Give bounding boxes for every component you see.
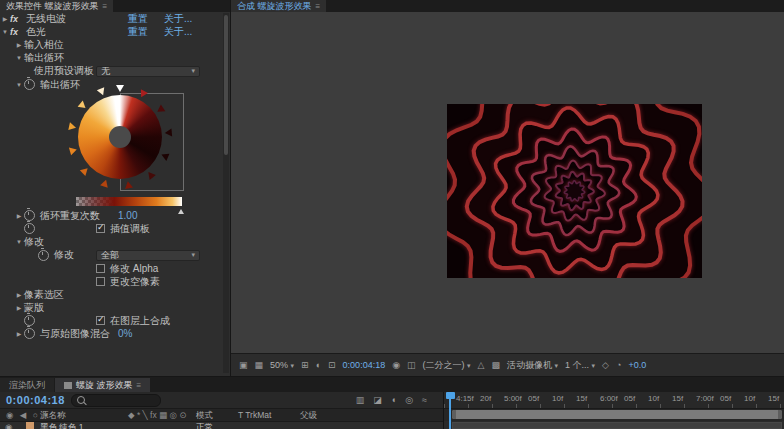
tab-timeline-comp[interactable]: 螺旋 波形效果 ≡ (55, 378, 150, 392)
tab-composition[interactable]: 合成 螺旋波形效果 ≡ (231, 0, 326, 12)
ruler-label: 10f (552, 394, 563, 403)
row-blend-with-original[interactable]: ▶ 与原始图像混合 0% (0, 327, 230, 340)
draft-3d-icon[interactable]: ◪ (373, 395, 382, 405)
column-trkmat[interactable]: T TrkMat (238, 410, 271, 420)
region-of-interest-icon[interactable]: ⊡ (328, 360, 336, 370)
cycle-marker[interactable] (68, 122, 80, 132)
tab-render-queue[interactable]: 渲染队列 (0, 378, 54, 392)
twirl-icon[interactable]: ▶ (14, 330, 24, 337)
reset-link[interactable]: 重置 (128, 25, 148, 39)
twirl-icon[interactable]: ▶ (14, 304, 24, 311)
layer-color-chip[interactable] (26, 422, 34, 429)
exposure-icon[interactable]: ◔ (616, 360, 621, 370)
exposure-value[interactable]: +0.0 (628, 360, 646, 370)
effect-row-colorama[interactable]: ▼ fx 色光 重置 关于... (0, 25, 230, 38)
layer-row[interactable]: ◉ 黑色 纯色 1 正常 (0, 422, 443, 429)
column-mode[interactable]: 模式 (196, 410, 213, 422)
panel-menu-icon[interactable]: ≡ (137, 381, 142, 390)
shy-layers-icon[interactable]: ◖ (391, 395, 396, 405)
cycle-marker[interactable] (116, 85, 124, 96)
current-timecode[interactable]: 0:00:04:18 (6, 394, 65, 406)
effect-row-radio-waves[interactable]: ▶ fx 无线电波 重置 关于... (0, 12, 230, 25)
show-snapshot-icon[interactable]: ▦ (255, 360, 264, 370)
twirl-icon[interactable]: ▶ (14, 41, 24, 48)
playhead-flag[interactable] (446, 392, 455, 399)
time-ruler[interactable]: 4:15f20f5:00f05f10f15f6:00f05f10f15f7:00… (444, 392, 784, 409)
row-masking[interactable]: ▶ 蒙版 (0, 301, 230, 314)
row-output-cycle[interactable]: ▼ 输出循环 (0, 78, 230, 91)
twirl-icon[interactable]: ▼ (14, 82, 24, 88)
preset-palette-dropdown[interactable]: 无 ▾ (96, 66, 200, 77)
tab-effect-controls[interactable]: 效果控件 螺旋波形效果 ≡ (0, 0, 113, 12)
panel-menu-icon[interactable]: ≡ (316, 2, 321, 11)
effect-name[interactable]: 色光 (26, 25, 46, 39)
cycle-marker[interactable] (69, 144, 82, 155)
row-input-phase[interactable]: ▶ 输入相位 (0, 38, 230, 51)
resolution-control[interactable]: (二分之一) ▾ (423, 359, 471, 372)
row-pixel-selection[interactable]: ▶ 像素选区 (0, 288, 230, 301)
modify-alpha-checkbox[interactable] (96, 264, 105, 273)
stopwatch-icon[interactable] (38, 250, 49, 261)
fast-preview-icon[interactable]: △ (478, 360, 485, 370)
row-cycle-repetitions[interactable]: ▶ 循环重复次数 1.00 (0, 209, 230, 222)
twirl-icon[interactable]: ▶ (14, 212, 24, 219)
scrollbar-thumb[interactable] (224, 15, 228, 155)
effect-name[interactable]: 无线电波 (26, 12, 66, 26)
column-parent[interactable]: 父级 (300, 410, 317, 422)
playhead[interactable] (449, 392, 451, 429)
about-link[interactable]: 关于... (164, 12, 192, 26)
layer-name[interactable]: 黑色 纯色 1 (40, 422, 83, 429)
twirl-icon[interactable]: ▼ (14, 55, 24, 61)
property-value[interactable]: 1.00 (118, 210, 137, 221)
graph-editor-icon[interactable]: ≈ (422, 395, 427, 405)
twirl-icon[interactable]: ▶ (0, 15, 10, 22)
layer-mode[interactable]: 正常 (196, 422, 213, 429)
eye-icon[interactable]: ◉ (5, 422, 12, 429)
twirl-icon[interactable]: ▼ (0, 29, 10, 35)
column-source-name[interactable]: 源名称 (40, 410, 66, 422)
composition-viewer-panel: 合成 螺旋波形效果 ≡ ▣ ▦ 50% ▾ ⊞ ◐ ⊡ 0:00:04:18 ◉… (231, 0, 784, 376)
row-modify-group[interactable]: ▼ 修改 (0, 235, 230, 248)
layer-duration-bar[interactable] (452, 422, 782, 429)
output-cycle-widget[interactable] (0, 91, 230, 195)
transparency-grid-icon[interactable]: ▩ (491, 360, 500, 370)
stopwatch-icon[interactable] (24, 223, 35, 234)
mask-visibility-icon[interactable]: ◐ (316, 360, 321, 370)
twirl-icon[interactable]: ▶ (14, 291, 24, 298)
cycle-marker[interactable] (100, 175, 111, 188)
composite-over-layer-checkbox[interactable] (96, 316, 105, 325)
stopwatch-icon[interactable] (24, 79, 35, 90)
grid-options-icon[interactable]: ⊞ (301, 360, 309, 370)
stopwatch-icon[interactable] (24, 315, 35, 326)
view-layout-control[interactable]: 1 个... ▾ (565, 359, 595, 372)
fx-badge-icon[interactable]: fx (10, 14, 26, 24)
channels-icon[interactable]: ◫ (407, 360, 416, 370)
reset-link[interactable]: 重置 (128, 12, 148, 26)
always-preview-icon[interactable]: ▣ (239, 360, 248, 370)
cycle-marker[interactable] (123, 177, 133, 189)
scrollbar[interactable] (223, 13, 229, 373)
composition-canvas[interactable] (447, 104, 702, 278)
fx-badge-icon[interactable]: fx (10, 27, 26, 37)
flowchart-icon[interactable]: ▥ (356, 395, 365, 405)
snapshot-icon[interactable]: ◉ (392, 360, 400, 370)
stopwatch-icon[interactable] (24, 210, 35, 221)
row-output-cycle-group[interactable]: ▼ 输出循环 (0, 51, 230, 64)
property-value[interactable]: 0% (118, 328, 132, 339)
modify-dropdown[interactable]: 全部 ▾ (96, 250, 200, 261)
about-link[interactable]: 关于... (164, 25, 192, 39)
twirl-icon[interactable]: ▼ (14, 239, 24, 245)
viewer-timecode[interactable]: 0:00:04:18 (343, 360, 386, 370)
work-area-bar[interactable] (452, 410, 782, 419)
motion-blur-icon[interactable]: ◎ (405, 395, 413, 405)
camera-view-control[interactable]: 活动摄像机 ▾ (507, 359, 558, 372)
cycle-gradient-strip[interactable] (76, 197, 182, 206)
cycle-marker[interactable] (160, 128, 172, 137)
search-input[interactable] (71, 394, 161, 407)
interpolate-palette-checkbox[interactable] (96, 224, 105, 233)
stopwatch-icon[interactable] (24, 328, 35, 339)
change-empty-pixels-checkbox[interactable] (96, 277, 105, 286)
panel-menu-icon[interactable]: ≡ (103, 2, 108, 11)
pixel-aspect-icon[interactable]: ◇ (602, 360, 609, 370)
magnification-control[interactable]: 50% ▾ (270, 360, 294, 370)
